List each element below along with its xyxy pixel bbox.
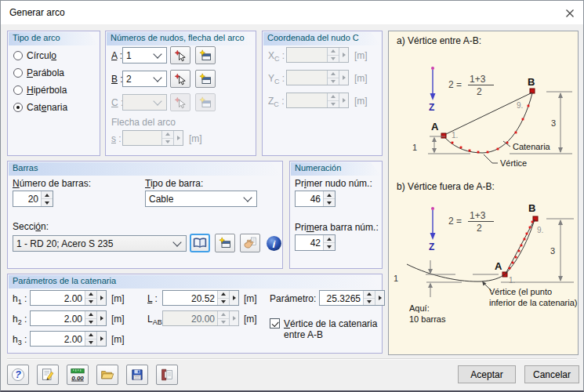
up-arrow-icon <box>327 238 332 241</box>
h3-label: h3 : <box>13 334 27 345</box>
up-arrow-icon <box>331 72 336 75</box>
assign-seccion-button[interactable] <box>240 234 260 252</box>
close-button[interactable] <box>562 5 578 21</box>
spin-buttons <box>327 71 339 85</box>
spin-down-button[interactable] <box>328 55 339 63</box>
h3-input[interactable]: 2.00 <box>30 331 107 347</box>
aceptar-button[interactable]: Aceptar <box>458 365 516 383</box>
spin-down-button[interactable] <box>162 138 173 146</box>
numero-barras-stepper[interactable]: 20 <box>13 191 53 207</box>
spin-up-button[interactable] <box>328 71 339 78</box>
seccion-info-button[interactable]: i <box>263 234 284 252</box>
detail-button[interactable] <box>339 93 348 107</box>
h1-input[interactable]: 2.00 <box>30 290 107 306</box>
spin-down-button[interactable] <box>364 298 375 306</box>
save-button[interactable] <box>126 365 148 385</box>
spin-down-button[interactable] <box>328 100 339 108</box>
radio-circle-icon <box>13 85 23 95</box>
detail-button[interactable] <box>339 48 348 62</box>
new-node-icon <box>199 49 212 62</box>
seccion-label: Sección: <box>13 221 49 232</box>
yc-label: YC : <box>268 73 285 84</box>
comment-button[interactable] <box>37 365 59 385</box>
spin-up-button[interactable] <box>324 235 335 242</box>
node-a-label: A : <box>111 50 122 61</box>
open-button[interactable] <box>96 365 118 385</box>
primera-barra-stepper[interactable]: 42 <box>295 234 336 251</box>
dim-1-label: 1 <box>394 274 398 283</box>
h2-input[interactable]: 2.00 <box>30 310 107 326</box>
right-arrow-icon <box>100 316 103 321</box>
chevron-down-icon <box>153 49 161 58</box>
library-book-icon <box>192 237 208 249</box>
spin-up-button[interactable] <box>328 93 339 100</box>
up-arrow-icon <box>221 292 226 296</box>
parametro-input[interactable]: 25.3265 <box>319 290 385 306</box>
new-node-a-button[interactable] <box>195 46 216 64</box>
spin-up-button[interactable] <box>85 291 96 298</box>
h1-value: 2.00 <box>31 291 85 305</box>
hand-sheet-icon <box>243 237 257 249</box>
new-node-b-button[interactable] <box>195 70 216 88</box>
spin-up-button[interactable] <box>324 191 335 198</box>
detail-button[interactable] <box>339 71 348 85</box>
diagram-a: a) Vértice entre A-B: Z 2 = 1+3 2 B A 1. <box>389 31 578 172</box>
last-node-label: 9. <box>517 101 523 110</box>
primer-nudo-stepper[interactable]: 46 <box>295 191 336 207</box>
units-button[interactable]: 0.00 <box>67 365 89 385</box>
vertice-checkbox[interactable] <box>270 318 280 328</box>
seccion-library-button[interactable] <box>190 234 210 252</box>
spin-down-button[interactable] <box>324 242 335 250</box>
spin-up-button[interactable] <box>85 332 96 339</box>
transfer-button[interactable] <box>156 365 178 385</box>
spin-buttons <box>217 311 229 325</box>
radio-parabola[interactable]: Parábola <box>13 67 64 78</box>
flecha-del-arco-label: Flecha del arco <box>111 117 176 128</box>
spin-down-button[interactable] <box>42 198 53 206</box>
radio-hiperbola[interactable]: Hipérbola <box>13 84 67 96</box>
spin-up-button[interactable] <box>364 291 375 298</box>
spin-buttons <box>327 93 339 107</box>
node-a-combo[interactable]: 1 <box>122 47 167 64</box>
radio-catenaria[interactable]: Catenaria <box>13 101 67 113</box>
detail-button[interactable] <box>375 291 384 305</box>
spin-up-button[interactable] <box>328 48 339 55</box>
spin-down-button[interactable] <box>85 318 96 326</box>
spin-down-button[interactable] <box>85 339 96 347</box>
group-title: Números de nudos, flecha del arco <box>111 33 245 42</box>
spin-up-button[interactable] <box>162 131 173 138</box>
spin-up-button[interactable] <box>218 291 229 298</box>
node-c-combo <box>122 94 167 111</box>
detail-button[interactable] <box>173 131 183 145</box>
zc-input <box>286 93 349 108</box>
pick-node-a-button[interactable] <box>170 46 190 64</box>
spin-down-button[interactable] <box>218 298 229 306</box>
h2-value: 2.00 <box>31 311 85 325</box>
seccion-combo[interactable]: 1 - RD 20; Acero S 235 <box>13 235 187 252</box>
spin-down-button[interactable] <box>328 78 339 85</box>
detail-button[interactable] <box>96 332 106 346</box>
detail-button[interactable] <box>96 291 106 305</box>
spin-down-button[interactable] <box>85 298 96 306</box>
spin-up-button[interactable] <box>85 311 96 318</box>
tipo-barra-combo[interactable]: Cable <box>145 191 257 207</box>
first-node-label: 1. <box>452 131 458 140</box>
cancelar-button[interactable]: Cancelar <box>524 365 579 383</box>
L-input[interactable]: 20.52 <box>162 290 239 306</box>
node-b-combo[interactable]: 2 <box>122 71 167 87</box>
pick-node-b-button[interactable] <box>170 70 190 88</box>
spin-buttons <box>363 291 375 305</box>
radio-circulo[interactable]: Círculo <box>13 49 56 61</box>
new-seccion-button[interactable] <box>215 234 235 252</box>
spin-up-button[interactable] <box>218 311 229 318</box>
detail-button[interactable] <box>229 311 238 325</box>
group-title: Numeración <box>295 163 341 172</box>
detail-button[interactable] <box>229 291 238 305</box>
spin-down-button[interactable] <box>324 198 335 206</box>
xc-input <box>286 47 349 63</box>
help-button[interactable]: ? <box>7 365 29 385</box>
detail-button[interactable] <box>96 311 106 325</box>
spin-down-button[interactable] <box>218 318 229 326</box>
spin-up-button[interactable] <box>42 191 53 198</box>
z-axis-arrowhead <box>430 93 436 100</box>
